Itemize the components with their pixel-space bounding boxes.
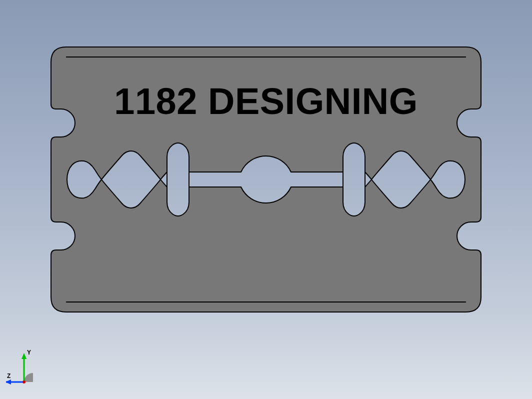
orientation-triad[interactable]: Y Z (6, 347, 51, 392)
triad-origin (24, 373, 33, 382)
triad-x-axis (22, 380, 26, 384)
triad-y-label: Y (27, 349, 31, 356)
triad-z-arrow (6, 380, 11, 384)
razor-blade-part[interactable]: 1182 DESIGNING (31, 29, 501, 339)
triad-y-arrow (22, 353, 26, 359)
cad-viewport[interactable]: 1182 DESIGNING Y Z (0, 0, 532, 399)
triad-z-label: Z (7, 372, 10, 380)
engraved-text: 1182 DESIGNING (114, 80, 418, 122)
